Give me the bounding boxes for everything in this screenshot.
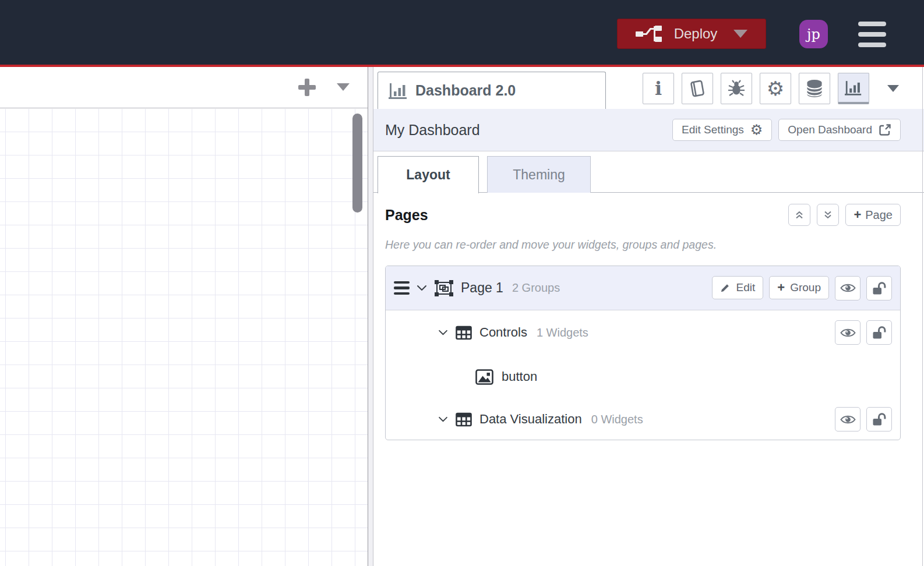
dashboard-tab-button[interactable]	[838, 73, 869, 104]
add-page-button[interactable]: + Page	[845, 204, 901, 226]
chevron-down-icon[interactable]	[438, 330, 448, 336]
table-icon	[456, 326, 472, 340]
group-lock-button[interactable]	[866, 320, 892, 345]
plus-icon: +	[854, 207, 861, 222]
eye-icon	[840, 327, 856, 338]
plus-icon: +	[777, 280, 785, 295]
debug-tab-button[interactable]	[721, 73, 752, 104]
widget-row[interactable]: button	[386, 355, 900, 399]
group-visibility-button[interactable]	[835, 320, 860, 345]
group-row[interactable]: Data Visualization 0 Widgets	[386, 399, 900, 440]
sidebar-tab-label: Dashboard 2.0	[415, 82, 516, 99]
deploy-label: Deploy	[674, 26, 718, 42]
add-group-button[interactable]: + Group	[769, 276, 829, 299]
group-name: Data Visualization	[479, 412, 582, 427]
info-icon: i	[655, 79, 662, 98]
flow-list-caret-icon[interactable]	[337, 83, 350, 91]
bug-icon	[727, 79, 746, 98]
user-avatar[interactable]: jp	[799, 20, 828, 48]
dashboard-name: My Dashboard	[385, 122, 480, 139]
unlock-icon	[872, 281, 887, 295]
sidebar-panel: Dashboard 2.0 i	[373, 67, 924, 566]
group-name: Controls	[479, 325, 527, 340]
page-meta: 2 Groups	[512, 281, 560, 295]
group-lock-button[interactable]	[866, 407, 892, 431]
object-group-icon	[434, 280, 454, 297]
pages-heading: Pages	[385, 207, 428, 224]
flow-tabbar	[0, 67, 368, 108]
open-dashboard-button[interactable]: Open Dashboard	[778, 119, 901, 141]
deploy-nodes-icon	[636, 25, 662, 43]
unlock-icon	[872, 326, 887, 339]
tab-theming[interactable]: Theming	[487, 156, 591, 193]
external-link-icon	[879, 123, 891, 136]
widget-name: button	[502, 369, 537, 384]
plus-icon	[295, 76, 319, 99]
sidebar-tabrow: Dashboard 2.0 i	[373, 67, 924, 109]
database-icon	[806, 79, 823, 98]
drag-handle-icon[interactable]	[394, 281, 410, 295]
unlock-icon	[872, 412, 887, 426]
group-meta: 0 Widgets	[591, 413, 643, 426]
app-header: Deploy jp	[0, 0, 924, 65]
canvas-scrollbar[interactable]	[352, 114, 362, 213]
deploy-caret-icon[interactable]	[733, 30, 747, 38]
gear-icon: ⚙	[750, 123, 763, 137]
image-icon	[475, 369, 493, 385]
config-tab-button[interactable]: ⚙	[760, 73, 791, 104]
menu-icon	[858, 22, 886, 26]
tab-layout[interactable]: Layout	[378, 156, 479, 193]
pages-hint-text: Here you can re-order and move your widg…	[385, 238, 901, 252]
add-flow-button[interactable]	[295, 76, 319, 99]
pencil-icon	[720, 282, 731, 293]
sidebar-resize-handle[interactable]	[368, 67, 373, 566]
chevron-down-icon[interactable]	[417, 285, 427, 292]
sidebar-menu-caret-icon[interactable]	[887, 85, 899, 92]
page-header-row[interactable]: Page 1 2 Groups Edit + Group	[386, 266, 900, 310]
book-icon	[689, 79, 706, 98]
eye-icon	[840, 282, 856, 293]
page-visibility-button[interactable]	[835, 276, 860, 300]
chart-column-icon	[845, 79, 862, 96]
edit-settings-button[interactable]: Edit Settings ⚙	[672, 119, 772, 141]
help-tab-button[interactable]	[682, 73, 713, 104]
table-icon	[456, 412, 472, 427]
edit-page-button[interactable]: Edit	[712, 276, 764, 299]
chart-column-icon	[389, 82, 408, 100]
context-tab-button[interactable]	[799, 73, 830, 104]
chevron-down-icon[interactable]	[438, 416, 448, 423]
deploy-button[interactable]: Deploy	[617, 19, 766, 49]
dashboard-subtabs: Layout Theming	[373, 151, 924, 193]
info-tab-button[interactable]: i	[643, 73, 674, 104]
collapse-all-button[interactable]	[788, 204, 810, 226]
layout-content: Pages + Page Here you can re-ord	[373, 193, 924, 440]
page-name: Page 1	[461, 280, 503, 296]
flow-workspace	[0, 67, 368, 566]
dashboard-info-band: My Dashboard Edit Settings ⚙ Open Dashbo…	[373, 109, 924, 151]
sidebar-icon-buttons: i	[643, 73, 869, 104]
page-lock-button[interactable]	[866, 276, 892, 300]
sidebar-tab-dashboard[interactable]: Dashboard 2.0	[378, 72, 606, 109]
expand-all-button[interactable]	[817, 204, 839, 226]
group-meta: 1 Widgets	[537, 326, 588, 339]
group-visibility-button[interactable]	[835, 407, 860, 431]
group-row[interactable]: Controls 1 Widgets	[386, 310, 900, 355]
eye-icon	[840, 414, 856, 425]
main-menu-button[interactable]	[858, 22, 886, 47]
gear-icon: ⚙	[767, 79, 784, 98]
chevrons-down-icon	[822, 209, 834, 221]
page-card: Page 1 2 Groups Edit + Group	[385, 266, 901, 440]
flow-canvas[interactable]	[0, 109, 368, 566]
chevrons-up-icon	[793, 209, 805, 221]
